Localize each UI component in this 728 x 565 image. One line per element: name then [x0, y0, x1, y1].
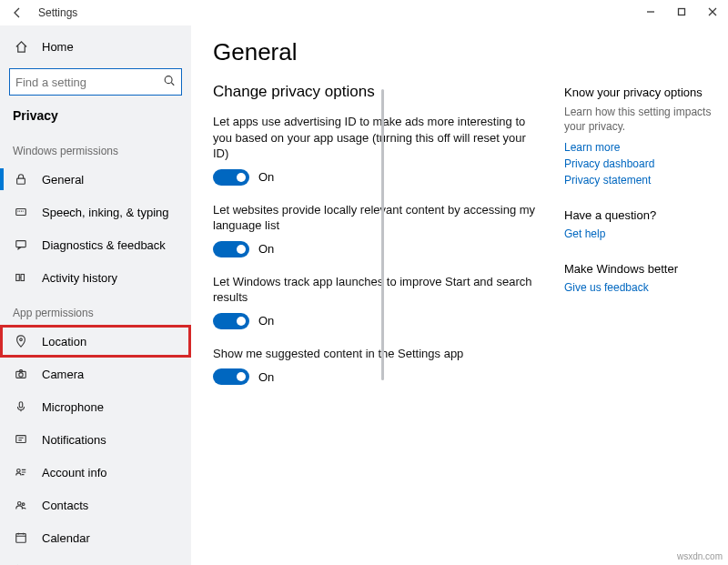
- camera-icon: [13, 366, 29, 382]
- sidebar-item-microphone[interactable]: Microphone: [0, 390, 191, 423]
- close-button[interactable]: [697, 0, 728, 24]
- microphone-icon: [13, 399, 29, 415]
- svg-rect-3: [16, 209, 26, 216]
- setting-desc: Show me suggested content in the Setting…: [213, 346, 541, 362]
- main-content: General Change privacy options Let apps …: [191, 25, 728, 565]
- sidebar-item-general[interactable]: General: [0, 163, 191, 196]
- aside-question-title: Have a question?: [564, 208, 713, 222]
- toggle-suggested-content[interactable]: [213, 368, 249, 385]
- svg-rect-6: [21, 275, 25, 281]
- sidebar-item-camera[interactable]: Camera: [0, 358, 191, 390]
- link-get-help[interactable]: Get help: [564, 227, 713, 240]
- window-title: Settings: [38, 6, 77, 19]
- aside-privacy-desc: Learn how this setting impacts your priv…: [564, 105, 713, 134]
- sidebar-item-label: Location: [42, 335, 86, 348]
- svg-rect-2: [17, 178, 25, 184]
- svg-point-13: [18, 502, 22, 506]
- setting-desc: Let websites provide locally relevant co…: [213, 202, 541, 234]
- section-title: Change privacy options: [213, 83, 564, 101]
- link-feedback[interactable]: Give us feedback: [564, 281, 713, 294]
- sidebar-item-speech[interactable]: Speech, inking, & typing: [0, 196, 191, 228]
- section-label-app: App permissions: [0, 294, 191, 325]
- sidebar-context-title: Privacy: [0, 108, 191, 132]
- sidebar-item-label: Account info: [42, 466, 107, 479]
- search-icon: [163, 75, 176, 90]
- link-learn-more[interactable]: Learn more: [564, 141, 713, 154]
- home-label: Home: [42, 40, 74, 54]
- toggle-state: On: [258, 370, 274, 384]
- feedback-icon: [13, 237, 29, 253]
- svg-rect-5: [16, 275, 20, 281]
- sidebar-item-callhistory[interactable]: Call history: [0, 554, 191, 565]
- sidebar-item-label: Microphone: [42, 400, 104, 414]
- aside-privacy-title: Know your privacy options: [564, 86, 713, 99]
- svg-point-14: [22, 503, 25, 506]
- location-icon: [13, 333, 29, 349]
- toggle-language-list[interactable]: [213, 241, 249, 257]
- svg-rect-0: [679, 9, 685, 15]
- link-privacy-dashboard[interactable]: Privacy dashboard: [564, 157, 713, 170]
- setting-desc: Let apps use advertising ID to make ads …: [213, 114, 541, 162]
- activity-icon: [13, 269, 29, 286]
- svg-rect-4: [16, 241, 26, 247]
- search-box[interactable]: [9, 68, 182, 96]
- speech-icon: [13, 204, 29, 220]
- section-label-windows: Windows permissions: [0, 132, 191, 163]
- calendar-icon: [13, 530, 29, 546]
- sidebar-item-label: Contacts: [42, 499, 88, 512]
- sidebar-item-label: Diagnostics & feedback: [42, 238, 166, 252]
- sidebar-item-label: Activity history: [42, 271, 117, 285]
- search-input[interactable]: [15, 76, 176, 89]
- toggle-state: On: [258, 314, 274, 328]
- sidebar-item-label: Calendar: [42, 531, 90, 545]
- minimize-button[interactable]: [635, 0, 666, 24]
- setting-track-launches: Let Windows track app launches to improv…: [213, 274, 541, 329]
- sidebar-item-activity[interactable]: Activity history: [0, 261, 191, 294]
- toggle-state: On: [258, 242, 274, 256]
- sidebar-item-diagnostics[interactable]: Diagnostics & feedback: [0, 228, 191, 261]
- sidebar-item-label: Camera: [42, 368, 84, 381]
- home-button[interactable]: Home: [0, 33, 191, 61]
- svg-rect-10: [19, 402, 23, 408]
- home-icon: [13, 40, 29, 54]
- maximize-button[interactable]: [666, 0, 697, 24]
- sidebar-item-location[interactable]: Location: [0, 325, 191, 358]
- sidebar: Home Privacy Windows permissions General…: [0, 25, 191, 565]
- back-icon[interactable]: [9, 5, 25, 21]
- account-icon: [13, 464, 29, 480]
- sidebar-item-label: Speech, inking, & typing: [42, 206, 168, 219]
- setting-advertising-id: Let apps use advertising ID to make ads …: [213, 114, 541, 186]
- toggle-track-launches[interactable]: [213, 313, 249, 329]
- sidebar-scrollbar[interactable]: [381, 89, 384, 380]
- link-privacy-statement[interactable]: Privacy statement: [564, 174, 713, 187]
- toggle-state: On: [258, 170, 274, 184]
- svg-point-1: [165, 76, 172, 84]
- sidebar-item-label: Notifications: [42, 433, 106, 447]
- sidebar-item-label: General: [42, 173, 84, 187]
- setting-suggested-content: Show me suggested content in the Setting…: [213, 346, 541, 386]
- svg-rect-15: [16, 534, 26, 543]
- notifications-icon: [13, 431, 29, 448]
- sidebar-item-account[interactable]: Account info: [0, 456, 191, 489]
- svg-point-7: [20, 338, 23, 341]
- aside-better-title: Make Windows better: [564, 262, 713, 276]
- svg-rect-11: [16, 436, 26, 443]
- sidebar-item-notifications[interactable]: Notifications: [0, 423, 191, 456]
- sidebar-item-calendar[interactable]: Calendar: [0, 521, 191, 554]
- titlebar: Settings: [0, 0, 728, 25]
- setting-language-list: Let websites provide locally relevant co…: [213, 202, 541, 257]
- toggle-advertising-id[interactable]: [213, 169, 249, 186]
- watermark: wsxdn.com: [677, 551, 723, 561]
- contacts-icon: [13, 497, 29, 513]
- svg-point-12: [17, 469, 21, 473]
- page-title: General: [213, 38, 564, 66]
- setting-desc: Let Windows track app launches to improv…: [213, 274, 541, 306]
- aside-panel: Know your privacy options Learn how this…: [564, 38, 719, 556]
- svg-point-9: [19, 373, 23, 377]
- lock-icon: [13, 171, 29, 187]
- sidebar-item-contacts[interactable]: Contacts: [0, 489, 191, 521]
